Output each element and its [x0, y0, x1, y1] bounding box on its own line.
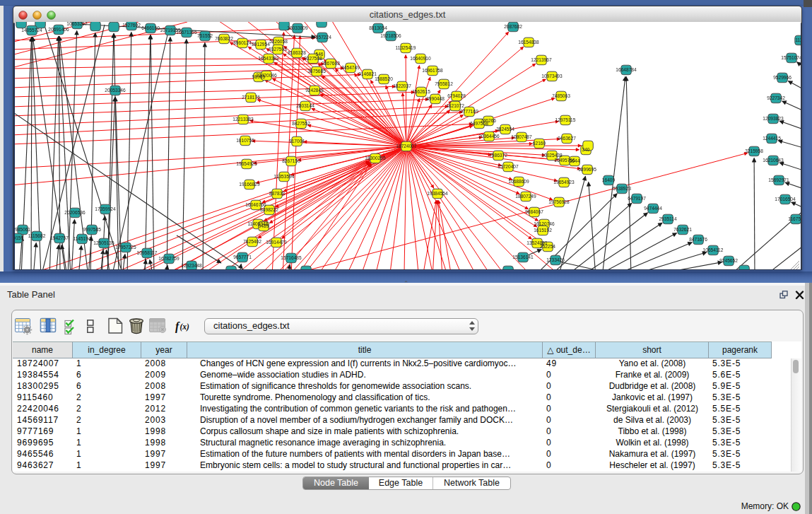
svg-text:1621072: 1621072: [446, 103, 464, 108]
svg-text:5226058: 5226058: [269, 39, 288, 44]
svg-text:9327508: 9327508: [304, 56, 322, 61]
svg-text:9777169: 9777169: [460, 109, 478, 114]
svg-text:9657771: 9657771: [233, 255, 252, 259]
svg-text:10654112: 10654112: [703, 247, 724, 252]
svg-text:17016504: 17016504: [775, 197, 796, 201]
svg-text:9227342: 9227342: [767, 95, 785, 100]
svg-text:3824554: 3824554: [496, 127, 514, 132]
svg-text:10973493: 10973493: [541, 74, 563, 78]
svg-text:15716485: 15716485: [281, 255, 302, 260]
svg-text:1244415: 1244415: [763, 136, 781, 141]
svg-text:746266: 746266: [481, 118, 496, 123]
svg-text:2867608: 2867608: [322, 61, 340, 66]
svg-text:3215958: 3215958: [745, 148, 763, 153]
svg-text:1010755: 1010755: [236, 138, 254, 143]
svg-text:985061: 985061: [15, 227, 30, 232]
svg-text:1822037: 1822037: [393, 83, 411, 88]
svg-text:12505135: 12505135: [93, 240, 114, 245]
svg-text:16648784: 16648784: [616, 67, 637, 72]
svg-text:1145194: 1145194: [73, 236, 91, 241]
svg-text:1562615: 1562615: [412, 89, 430, 94]
svg-text:16671355: 16671355: [176, 30, 197, 35]
svg-text:20206536: 20206536: [64, 210, 86, 215]
svg-text:12213967: 12213967: [531, 57, 552, 62]
svg-text:20691406: 20691406: [48, 27, 69, 32]
svg-text:8960124: 8960124: [233, 40, 252, 45]
svg-text:1527602: 1527602: [122, 23, 141, 28]
svg-text:8454749: 8454749: [341, 65, 360, 70]
svg-text:9327503: 9327503: [269, 47, 287, 52]
svg-text:9245652: 9245652: [719, 258, 738, 263]
svg-text:20364456: 20364456: [478, 134, 500, 139]
svg-text:17957225: 17957225: [115, 245, 136, 250]
svg-text:1615192: 1615192: [534, 228, 552, 233]
svg-text:1115682: 1115682: [28, 233, 46, 238]
svg-text:12213383: 12213383: [233, 117, 254, 122]
svg-text:5938923: 5938923: [613, 186, 631, 191]
svg-text:19218506: 19218506: [380, 33, 401, 38]
svg-text:12975115: 12975115: [555, 117, 576, 122]
svg-text:16210643: 16210643: [763, 158, 784, 163]
svg-text:9474444: 9474444: [644, 206, 662, 211]
svg-text:917004: 917004: [289, 139, 305, 144]
svg-text:10025438: 10025438: [541, 153, 563, 158]
svg-text:20053346: 20053346: [105, 88, 126, 93]
svg-text:18300295: 18300295: [365, 156, 386, 160]
svg-text:19166829: 19166829: [239, 182, 260, 187]
svg-text:7955812: 7955812: [435, 81, 453, 86]
svg-text:8498222: 8498222: [260, 207, 278, 212]
svg-text:22420046: 22420046: [256, 73, 277, 78]
svg-text:9242848: 9242848: [305, 88, 324, 93]
svg-text:19654925: 19654925: [236, 161, 257, 166]
svg-text:887833: 887833: [269, 191, 285, 196]
svg-text:16914479: 16914479: [266, 240, 287, 245]
svg-text:340: 340: [582, 147, 589, 152]
svg-text:6479197: 6479197: [628, 196, 646, 201]
svg-text:6899695: 6899695: [578, 167, 596, 172]
svg-text:62160: 62160: [533, 141, 546, 146]
svg-text:8471676: 8471676: [689, 237, 707, 242]
svg-text:11325419: 11325419: [396, 45, 416, 50]
svg-text:16543382: 16543382: [258, 56, 279, 61]
svg-text:16033809: 16033809: [287, 25, 308, 30]
svg-text:2718176: 2718176: [242, 95, 260, 100]
svg-text:9463627: 9463627: [558, 136, 576, 141]
svg-text:7857224: 7857224: [313, 35, 331, 40]
svg-text:9529966: 9529966: [773, 75, 792, 80]
svg-text:16046766: 16046766: [245, 202, 266, 207]
svg-text:2803144: 2803144: [296, 103, 314, 108]
svg-text:12093823: 12093823: [763, 116, 784, 121]
svg-text:116753: 116753: [788, 216, 801, 221]
svg-text:12923448: 12923448: [181, 263, 202, 268]
svg-text:10688609: 10688609: [508, 179, 529, 184]
svg-text:5644: 5644: [570, 158, 580, 163]
svg-text:16782759: 16782759: [158, 256, 180, 261]
svg-text:1942757: 1942757: [50, 235, 69, 240]
svg-text:15692971: 15692971: [768, 177, 789, 182]
svg-text:7663822: 7663822: [215, 36, 233, 41]
svg-text:7625402: 7625402: [243, 239, 261, 244]
svg-text:8267150: 8267150: [282, 158, 300, 163]
svg-text:1733426: 1733426: [546, 257, 565, 262]
svg-text:19384554: 19384554: [427, 191, 448, 196]
svg-text:1588520: 1588520: [375, 76, 393, 81]
svg-text:8990448: 8990448: [426, 96, 445, 101]
svg-text:15136141: 15136141: [512, 255, 534, 259]
svg-text:9146821: 9146821: [358, 71, 377, 76]
svg-text:9489: 9489: [259, 223, 269, 228]
svg-text:6794028: 6794028: [447, 93, 466, 98]
svg-text:9084067: 9084067: [525, 209, 543, 214]
svg-text:9997585: 9997585: [83, 227, 101, 232]
svg-text:16409: 16409: [602, 177, 616, 182]
svg-text:252254: 252254: [540, 244, 555, 249]
svg-text:1117: 1117: [795, 37, 801, 42]
svg-text:751552: 751552: [197, 33, 213, 38]
svg-text:8427552: 8427552: [292, 121, 310, 126]
svg-text:16640910: 16640910: [410, 56, 431, 61]
svg-text:15720407: 15720407: [498, 164, 519, 169]
svg-text:14055724: 14055724: [21, 28, 42, 33]
svg-text:19654923: 19654923: [553, 180, 575, 185]
svg-text:99159: 99159: [15, 235, 23, 240]
svg-text:16961758: 16961758: [422, 68, 443, 73]
svg-text:8912954: 8912954: [252, 42, 270, 47]
